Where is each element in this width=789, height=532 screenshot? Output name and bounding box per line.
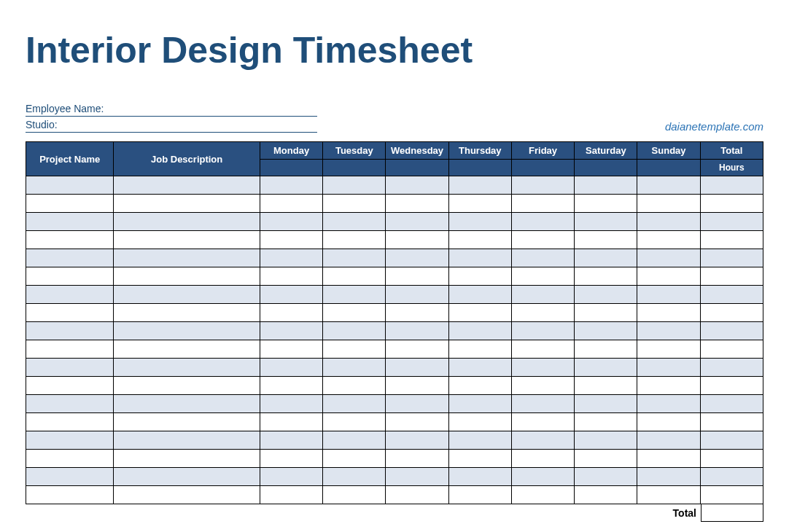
table-cell[interactable]	[114, 286, 260, 304]
table-cell[interactable]	[637, 195, 700, 213]
table-cell[interactable]	[448, 395, 511, 413]
table-cell[interactable]	[114, 195, 260, 213]
table-cell[interactable]	[637, 431, 700, 450]
table-cell[interactable]	[386, 195, 448, 213]
table-cell[interactable]	[260, 395, 322, 413]
table-cell[interactable]	[260, 286, 322, 304]
table-cell[interactable]	[114, 176, 260, 195]
table-cell[interactable]	[575, 267, 637, 286]
table-cell[interactable]	[26, 267, 114, 286]
table-cell[interactable]	[323, 413, 386, 431]
table-cell[interactable]	[114, 231, 260, 249]
table-cell[interactable]	[260, 340, 322, 359]
table-cell[interactable]	[511, 468, 574, 486]
table-cell[interactable]	[26, 195, 114, 213]
table-cell[interactable]	[114, 395, 260, 413]
table-cell[interactable]	[575, 395, 637, 413]
table-cell[interactable]	[323, 213, 386, 231]
table-cell[interactable]	[26, 322, 114, 340]
table-cell[interactable]	[323, 322, 386, 340]
table-cell[interactable]	[386, 486, 448, 504]
table-cell[interactable]	[260, 267, 322, 286]
table-cell[interactable]	[386, 395, 448, 413]
table-cell[interactable]	[260, 486, 322, 504]
table-cell[interactable]	[260, 468, 322, 486]
table-cell[interactable]	[637, 213, 700, 231]
table-cell[interactable]	[114, 486, 260, 504]
table-cell[interactable]	[700, 286, 763, 304]
table-cell[interactable]	[575, 377, 637, 395]
table-cell[interactable]	[448, 413, 511, 431]
table-cell[interactable]	[386, 468, 448, 486]
table-cell[interactable]	[700, 231, 763, 249]
table-cell[interactable]	[511, 176, 574, 195]
table-cell[interactable]	[575, 286, 637, 304]
table-cell[interactable]	[260, 322, 322, 340]
table-cell[interactable]	[114, 450, 260, 468]
table-cell[interactable]	[26, 286, 114, 304]
table-cell[interactable]	[637, 413, 700, 431]
table-cell[interactable]	[511, 249, 574, 267]
table-cell[interactable]	[448, 213, 511, 231]
table-cell[interactable]	[511, 431, 574, 450]
table-cell[interactable]	[26, 359, 114, 377]
table-cell[interactable]	[323, 395, 386, 413]
table-cell[interactable]	[114, 359, 260, 377]
table-cell[interactable]	[260, 231, 322, 249]
table-cell[interactable]	[260, 413, 322, 431]
table-cell[interactable]	[114, 377, 260, 395]
table-cell[interactable]	[448, 231, 511, 249]
table-cell[interactable]	[511, 486, 574, 504]
table-cell[interactable]	[511, 286, 574, 304]
table-cell[interactable]	[700, 267, 763, 286]
table-cell[interactable]	[323, 486, 386, 504]
table-cell[interactable]	[575, 450, 637, 468]
table-cell[interactable]	[700, 340, 763, 359]
table-cell[interactable]	[575, 340, 637, 359]
table-cell[interactable]	[575, 249, 637, 267]
table-cell[interactable]	[448, 286, 511, 304]
table-cell[interactable]	[386, 213, 448, 231]
table-cell[interactable]	[323, 176, 386, 195]
table-cell[interactable]	[260, 304, 322, 322]
table-cell[interactable]	[511, 450, 574, 468]
table-cell[interactable]	[575, 359, 637, 377]
table-cell[interactable]	[26, 377, 114, 395]
table-cell[interactable]	[323, 286, 386, 304]
table-cell[interactable]	[575, 413, 637, 431]
table-cell[interactable]	[448, 249, 511, 267]
table-cell[interactable]	[511, 213, 574, 231]
table-cell[interactable]	[260, 249, 322, 267]
table-cell[interactable]	[700, 431, 763, 450]
table-cell[interactable]	[114, 322, 260, 340]
table-cell[interactable]	[114, 431, 260, 450]
table-cell[interactable]	[386, 176, 448, 195]
table-cell[interactable]	[386, 431, 448, 450]
table-cell[interactable]	[260, 176, 322, 195]
table-cell[interactable]	[448, 468, 511, 486]
table-cell[interactable]	[26, 486, 114, 504]
table-cell[interactable]	[700, 249, 763, 267]
table-cell[interactable]	[26, 213, 114, 231]
table-cell[interactable]	[511, 377, 574, 395]
table-cell[interactable]	[114, 413, 260, 431]
table-cell[interactable]	[114, 249, 260, 267]
table-cell[interactable]	[386, 267, 448, 286]
table-cell[interactable]	[575, 213, 637, 231]
table-cell[interactable]	[511, 231, 574, 249]
table-cell[interactable]	[575, 486, 637, 504]
table-cell[interactable]	[575, 231, 637, 249]
table-cell[interactable]	[448, 377, 511, 395]
table-cell[interactable]	[323, 340, 386, 359]
table-cell[interactable]	[323, 304, 386, 322]
table-cell[interactable]	[575, 195, 637, 213]
table-cell[interactable]	[323, 195, 386, 213]
table-cell[interactable]	[637, 267, 700, 286]
table-cell[interactable]	[386, 340, 448, 359]
table-cell[interactable]	[448, 359, 511, 377]
table-cell[interactable]	[26, 468, 114, 486]
table-cell[interactable]	[637, 486, 700, 504]
table-cell[interactable]	[700, 468, 763, 486]
table-cell[interactable]	[511, 322, 574, 340]
table-cell[interactable]	[260, 213, 322, 231]
